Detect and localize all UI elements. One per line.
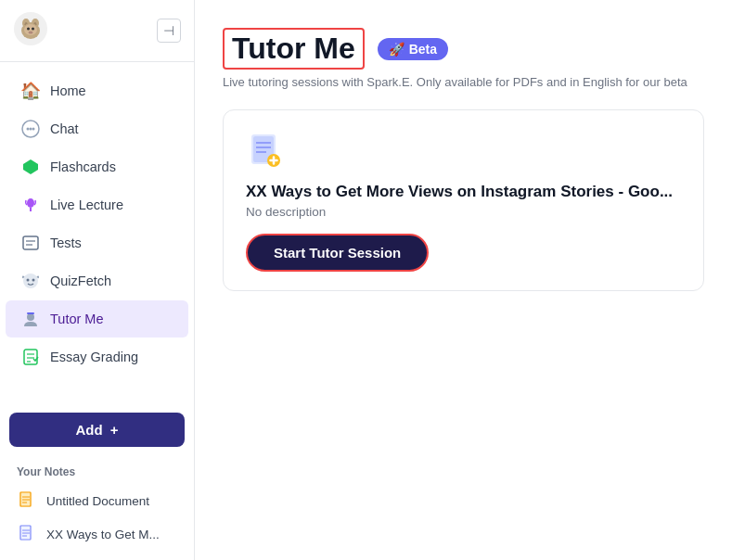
flashcards-icon	[20, 157, 41, 177]
sidebar-item-live-lecture-label: Live Lecture	[50, 197, 123, 212]
add-button[interactable]: Add +	[9, 413, 185, 447]
quizfetch-icon	[20, 271, 41, 291]
live-lecture-icon	[20, 195, 41, 215]
add-plus-icon: +	[110, 422, 119, 438]
sidebar-item-flashcards-label: Flashcards	[50, 159, 116, 174]
sidebar-item-quizfetch[interactable]: QuizFetch	[6, 262, 188, 299]
sidebar: ⊣ 🏠 Home Chat Flash	[0, 0, 195, 560]
beta-icon: 🚀	[389, 42, 405, 57]
chat-icon	[20, 119, 41, 139]
document-icon-row	[246, 131, 681, 172]
note-item-untitled-label: Untitled Document	[46, 494, 149, 508]
svg-point-6	[32, 28, 34, 31]
your-notes-label: Your Notes	[9, 462, 185, 484]
page-title: Tutor Me	[223, 28, 365, 70]
svg-marker-12	[23, 159, 38, 174]
svg-point-9	[27, 128, 30, 131]
beta-label: Beta	[409, 42, 437, 57]
your-notes-section: Your Notes Untitled Document	[0, 454, 194, 551]
svg-rect-22	[27, 312, 34, 314]
home-icon: 🏠	[20, 81, 41, 101]
svg-point-11	[32, 128, 35, 131]
note-icon-untitled	[17, 490, 37, 511]
document-title: XX Ways to Get More Views on Instagram S…	[246, 183, 681, 201]
sidebar-item-tests-label: Tests	[50, 235, 82, 250]
svg-rect-14	[30, 208, 32, 211]
svg-point-5	[27, 28, 30, 31]
svg-point-10	[30, 128, 32, 131]
svg-point-21	[27, 313, 34, 321]
note-item-xx-ways[interactable]: XX Ways to Get M...	[9, 517, 185, 551]
sidebar-item-home-label: Home	[50, 83, 86, 98]
sidebar-header: ⊣	[0, 0, 194, 62]
document-description: No description	[246, 205, 681, 219]
sidebar-item-chat[interactable]: Chat	[6, 110, 188, 147]
svg-rect-23	[24, 350, 37, 364]
sidebar-item-tutor-me[interactable]: Tutor Me	[6, 300, 188, 337]
beta-badge: 🚀 Beta	[378, 38, 448, 60]
note-icon-xx-ways	[17, 524, 37, 544]
document-card: XX Ways to Get More Views on Instagram S…	[223, 109, 704, 291]
start-tutor-session-button[interactable]: Start Tutor Session	[246, 234, 429, 272]
sidebar-item-chat-label: Chat	[50, 121, 79, 136]
sidebar-item-flashcards[interactable]: Flashcards	[6, 148, 188, 185]
add-button-label: Add	[76, 422, 103, 438]
note-item-xx-ways-label: XX Ways to Get M...	[46, 528, 160, 541]
sidebar-item-tutor-me-label: Tutor Me	[50, 312, 103, 326]
sidebar-item-live-lecture[interactable]: Live Lecture	[6, 186, 188, 223]
essay-grading-icon	[20, 347, 41, 367]
collapse-sidebar-button[interactable]: ⊣	[157, 19, 181, 43]
app-logo	[13, 11, 48, 50]
svg-point-19	[27, 279, 30, 282]
note-item-untitled[interactable]: Untitled Document	[9, 484, 185, 517]
page-title-row: Tutor Me 🚀 Beta	[223, 28, 704, 70]
tests-icon	[20, 233, 41, 253]
sidebar-item-essay-grading-label: Essay Grading	[50, 350, 138, 364]
tutor-me-icon	[20, 309, 41, 329]
main-content: Tutor Me 🚀 Beta Live tutoring sessions w…	[195, 0, 732, 560]
sidebar-item-tests[interactable]: Tests	[6, 224, 188, 261]
sidebar-item-quizfetch-label: QuizFetch	[50, 274, 111, 288]
svg-point-18	[23, 274, 38, 288]
page-subtitle: Live tutoring sessions with Spark.E. Onl…	[223, 75, 704, 89]
svg-point-20	[32, 279, 35, 282]
svg-point-7	[29, 32, 33, 34]
sidebar-nav: 🏠 Home Chat Flashcards	[0, 62, 194, 405]
collapse-icon: ⊣	[163, 23, 174, 38]
sidebar-item-essay-grading[interactable]: Essay Grading	[6, 338, 188, 375]
sidebar-item-home[interactable]: 🏠 Home	[6, 72, 188, 109]
svg-rect-15	[23, 236, 38, 249]
svg-point-13	[27, 198, 34, 208]
document-icon	[246, 131, 287, 172]
